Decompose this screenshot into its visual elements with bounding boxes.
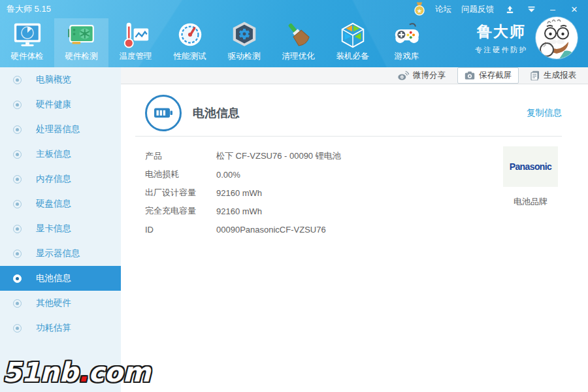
brand-slogan: 专注硬件防护 [475,45,528,55]
table-row: 电池损耗 0.00% [145,165,419,184]
tab-clean[interactable]: 清理优化 [271,18,325,67]
sidebar-item-label: 处理器信息 [36,123,80,135]
tab-hardware-checkup[interactable]: 硬件体检 [0,18,54,67]
header-divider [135,136,562,137]
weibo-icon [398,71,409,80]
medal-icon[interactable]: ★ [414,3,425,15]
page-title: 电池信息 [193,105,240,121]
camera-icon [465,71,475,80]
sidebar-item-disk[interactable]: 硬盘信息 [0,191,121,216]
action-label: 生成报表 [544,70,576,81]
radio-icon [13,274,22,283]
tab-performance[interactable]: 性能测试 [163,18,217,67]
sidebar-item-label: 硬盘信息 [36,198,71,210]
sidebar-item-computer-overview[interactable]: 电脑概览 [0,67,121,92]
weibo-share-button[interactable]: 微博分享 [393,69,451,82]
sidebar-item-battery[interactable]: 电池信息 [0,266,121,291]
battery-info-table: 产品 松下 CF-VZSU76 - 00090 锂电池 电池损耗 0.00% 出… [145,147,419,238]
radio-icon [13,200,22,208]
tab-games[interactable]: 游戏库 [380,18,434,67]
brand-caption: 电池品牌 [503,196,558,208]
page-header: 电池信息 复制信息 [121,84,588,131]
brand-name: 鲁大师 [475,22,528,42]
action-label: 微博分享 [413,70,446,81]
tab-driver[interactable]: 驱动检测 [217,18,271,67]
radio-icon [13,250,22,258]
sidebar-item-label: 显示器信息 [36,248,80,259]
sidebar-item-other-hardware[interactable]: 其他硬件 [0,291,121,316]
radio-icon [13,125,22,134]
save-screenshot-button[interactable]: 保存截屏 [457,67,519,84]
gauge-icon [175,20,205,50]
tab-label: 温度管理 [120,51,152,62]
minimize-button[interactable]: – [547,3,559,15]
thermometer-chart-icon [121,20,151,50]
sidebar-item-gpu[interactable]: 显卡信息 [0,216,121,241]
battery-info-page: 电池信息 复制信息 产品 松下 CF-VZSU76 - 00090 锂电池 电池… [121,84,588,391]
radio-icon [13,150,22,159]
sidebar-item-hardware-health[interactable]: 硬件健康 [0,92,121,117]
51nb-watermark: 51nb.com [3,357,150,388]
sidebar-item-processor[interactable]: 处理器信息 [0,117,121,142]
tab-temperature[interactable]: 温度管理 [108,18,163,67]
cube-icon [338,20,368,50]
tab-toolbox[interactable]: 装机必备 [325,18,380,67]
gamepad-icon [392,20,422,50]
radio-icon [13,225,22,233]
row-label: ID [145,225,216,235]
action-bar: 微博分享 保存截屏 生成报表 [121,67,588,84]
sidebar: 电脑概览 硬件健康 处理器信息 主板信息 内存信息 硬盘信息 显卡信息 显示器信… [0,67,121,392]
tab-label: 清理优化 [282,51,315,62]
table-row: 完全充电容量 92160 mWh [145,202,419,220]
table-row: ID 00090PanasonicCF-VZSU76 [145,220,419,238]
copy-info-link[interactable]: 复制信息 [527,107,562,119]
app-header: 鲁大师 5.15 ★ 论坛 问题反馈 [0,0,588,67]
watermark-text: com [88,357,150,388]
row-value: 92160 mWh [216,188,262,198]
sidebar-item-memory[interactable]: 内存信息 [0,167,121,191]
battery-icon [145,95,182,131]
radio-icon [13,175,22,184]
close-button[interactable]: ✕ [568,3,580,15]
panasonic-logo-box: Panasonic [503,146,558,187]
brand-area: 鲁大师 专注硬件防护 [475,17,578,59]
row-value: 92160 mWh [216,206,262,216]
tab-label: 装机必备 [336,51,369,62]
gear-hexagon-icon [229,20,259,50]
row-label: 完全充电容量 [145,205,216,217]
sidebar-item-power-estimate[interactable]: 功耗估算 [0,316,121,340]
sidebar-item-label: 主板信息 [36,148,71,160]
radio-icon [13,76,22,84]
tab-label: 性能测试 [174,51,206,62]
main-panel: 微博分享 保存截屏 生成报表 [121,67,588,392]
generate-report-button[interactable]: 生成报表 [525,69,581,82]
radio-icon [13,299,22,308]
sidebar-item-label: 内存信息 [36,173,71,185]
table-row: 产品 松下 CF-VZSU76 - 00090 锂电池 [145,147,419,165]
gpu-card-icon [67,20,97,50]
sidebar-item-motherboard[interactable]: 主板信息 [0,142,121,167]
forum-link[interactable]: 论坛 [435,4,451,15]
svg-text:★: ★ [417,7,423,14]
sidebar-item-label: 电池信息 [36,272,71,284]
report-icon [531,71,540,80]
feedback-link[interactable]: 问题反馈 [461,4,494,15]
panasonic-logo: Panasonic [510,161,552,172]
tab-hardware-detect[interactable]: 硬件检测 [54,18,108,67]
radio-icon [13,324,22,333]
titlebar: 鲁大师 5.15 ★ 论坛 问题反馈 [0,0,588,18]
watermark-text: 51nb [3,357,78,388]
sidebar-item-label: 显卡信息 [36,223,71,235]
tab-label: 游戏库 [395,51,419,62]
row-value: 0.00% [216,170,240,180]
battery-brand-block: Panasonic 电池品牌 [503,146,558,208]
row-label: 电池损耗 [145,169,216,180]
update-download-icon[interactable] [504,3,515,15]
window-title: 鲁大师 5.15 [7,3,51,15]
watermark-dot: . [78,357,89,388]
radio-icon [13,101,22,109]
caret-down-icon[interactable] [525,3,537,15]
action-label: 保存截屏 [479,70,512,81]
row-label: 出厂设计容量 [145,187,216,199]
sidebar-item-display[interactable]: 显示器信息 [0,241,121,266]
